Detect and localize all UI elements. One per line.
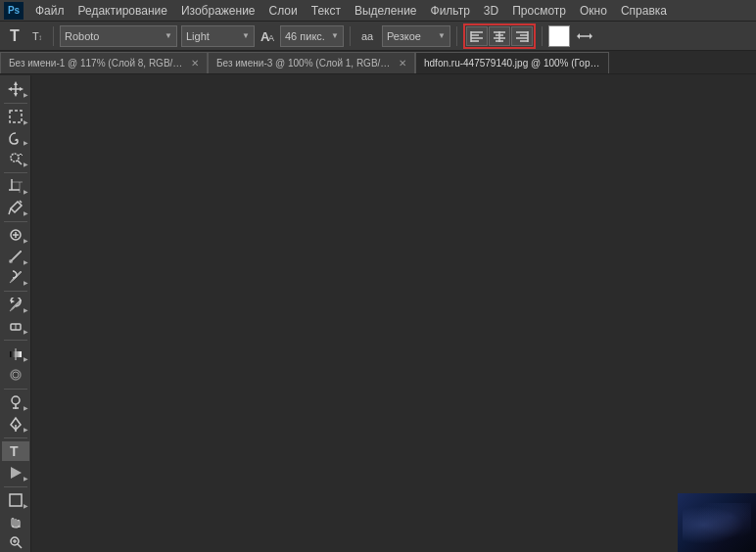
svg-point-47 [13,372,19,378]
svg-point-29 [11,154,19,161]
dodge-arrow: ▶ [24,404,28,411]
path-arrow: ▶ [24,475,28,482]
svg-point-48 [12,396,20,404]
tab-bar: Без имени-1 @ 117% (Слой 8, RGB/8#) * ✕ … [0,51,756,74]
tool-sep-2 [4,172,27,173]
tab-0-label: Без имени-1 @ 117% (Слой 8, RGB/8#) * [9,58,185,69]
menu-edit[interactable]: Редактирование [72,2,173,20]
menu-view[interactable]: Просмотр [506,2,572,20]
clone-arrow: ▶ [24,279,28,286]
svg-rect-28 [10,111,22,122]
separator-3 [456,26,457,46]
separator-4 [542,26,543,46]
lasso-btn[interactable]: ▶ [2,128,29,148]
ps-logo: Ps [4,2,24,20]
eraser-arrow: ▶ [24,328,28,335]
align-left-button[interactable] [466,26,488,46]
font-family-arrow: ▼ [165,31,172,40]
pen-arrow: ▶ [24,426,28,433]
tool-sep-5 [4,340,27,341]
gradient-arrow: ▶ [24,355,28,362]
tab-2[interactable]: hdfon.ru-447579140.jpg @ 100% (Горизон [415,52,609,73]
menu-image[interactable]: Изображение [175,2,261,20]
lasso-arrow: ▶ [24,139,28,146]
shape-arrow: ▶ [24,502,28,509]
svg-marker-41 [11,299,15,303]
tab-0[interactable]: Без имени-1 @ 117% (Слой 8, RGB/8#) * ✕ [0,52,208,73]
brush-arrow: ▶ [24,258,28,265]
font-style-value: Light [186,30,210,42]
tool-sep-8 [4,486,27,487]
menu-3d[interactable]: 3D [478,2,504,20]
shape-btn[interactable]: ▶ [2,490,29,510]
tool-sep-7 [4,437,27,438]
tab-0-close[interactable]: ✕ [191,58,199,69]
antialiasing-label: аа [356,25,378,47]
tool-sep-3 [4,221,27,222]
menu-bar: Ps Файл Редактирование Изображение Слои … [0,0,756,22]
healing-btn[interactable]: ▶ [2,226,29,246]
path-select-btn[interactable]: ▶ [2,463,29,483]
options-bar: T T ↕ Roboto ▼ Light ▼ A A 46 пикс. ▼ аа… [0,22,756,51]
rect-select-btn[interactable]: ▶ [2,107,29,126]
left-toolbar: ▶ ▶ ▶ ▶ ▶ [0,75,31,552]
move-tool-btn[interactable]: ▶ [2,79,29,99]
svg-line-36 [20,201,22,203]
font-style-dropdown[interactable]: Light ▼ [181,25,255,47]
svg-point-40 [9,259,13,263]
rect-select-arrow: ▶ [24,118,28,125]
history-btn[interactable]: ▶ [2,296,29,315]
clone-btn[interactable]: ▶ [2,268,29,288]
font-family-dropdown[interactable]: Roboto ▼ [60,25,177,47]
eyedropper-btn[interactable]: ▶ [2,198,29,217]
svg-line-30 [18,161,22,164]
tab-1-close[interactable]: ✕ [399,58,406,69]
svg-text:T: T [10,443,19,459]
crop-btn[interactable]: ▶ [2,177,29,197]
svg-marker-53 [11,467,22,479]
antialiasing-arrow: ▼ [438,31,446,40]
separator-2 [350,26,351,46]
menu-layers[interactable]: Слои [263,2,304,20]
quick-select-btn[interactable]: ▶ [2,149,29,168]
gradient-btn[interactable]: ▶ [2,345,29,364]
eraser-btn[interactable]: ▶ [2,316,29,336]
align-center-button[interactable] [489,26,510,46]
canvas-area [31,75,756,552]
tool-sep-4 [4,291,27,292]
type-tool-btn[interactable]: T [2,441,29,461]
menu-filter[interactable]: Фильтр [425,2,476,20]
menu-text[interactable]: Текст [306,2,347,20]
font-size-dropdown[interactable]: 46 пикс. ▼ [280,25,344,47]
align-right-button[interactable] [511,26,533,46]
tab-2-label: hdfon.ru-447579140.jpg @ 100% (Горизон [424,58,600,69]
font-size-icon: A A [259,27,276,45]
menu-select[interactable]: Выделение [349,2,423,20]
hand-btn[interactable] [2,512,29,531]
healing-arrow: ▶ [24,237,28,244]
antialiasing-dropdown[interactable]: Резкое ▼ [382,25,450,47]
crop-arrow: ▶ [24,188,28,195]
text-tool-icon: T [4,25,25,47]
svg-marker-22 [14,81,18,85]
text-color-swatch[interactable] [548,25,570,47]
tab-1[interactable]: Без имени-3 @ 100% (Слой 1, RGB/8#) * ✕ [208,52,415,73]
menu-help[interactable]: Справка [615,2,673,20]
dodge-btn[interactable]: ▶ [2,393,29,413]
pen-btn[interactable]: ▶ [2,414,29,434]
svg-line-35 [9,208,11,214]
orient-text-icon[interactable]: T ↕ [29,27,47,45]
move-tool-arrow: ▶ [24,91,28,98]
antialiasing-value: Резкое [387,30,421,42]
cancel-button[interactable] [574,25,595,47]
zoom-btn[interactable] [2,532,29,552]
svg-marker-24 [8,87,12,91]
font-size-value: 46 пикс. [285,30,325,42]
blur-btn[interactable] [2,365,29,385]
svg-marker-21 [590,33,592,39]
quick-select-arrow: ▶ [24,161,28,167]
brush-btn[interactable]: ▶ [2,247,29,266]
menu-window[interactable]: Окно [574,2,613,20]
font-size-arrow: ▼ [331,31,339,40]
menu-file[interactable]: Файл [29,2,71,20]
